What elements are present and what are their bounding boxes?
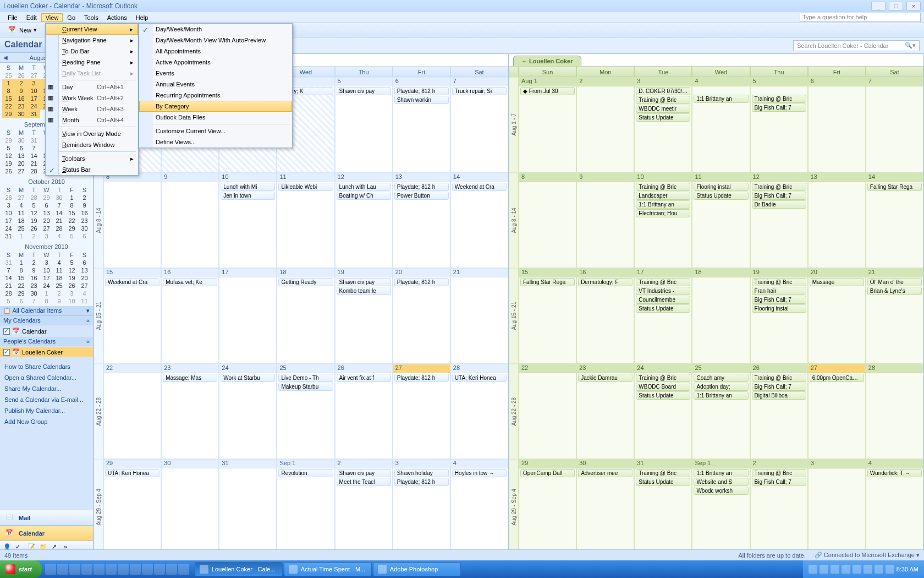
menu-item[interactable]: Current View▸ <box>46 24 138 35</box>
calendar-event[interactable]: Playdate; 812 h <box>394 183 449 191</box>
nav-link[interactable]: Add New Group <box>4 416 89 427</box>
calendar-event[interactable]: Electrician; Hou <box>636 209 690 217</box>
calendar-event[interactable]: Training @ Bric <box>752 374 806 382</box>
calendar-cell[interactable]: 9 <box>161 173 219 269</box>
menu-item[interactable]: ▦DayCtrl+Alt+1 <box>46 81 138 92</box>
calendar-cell[interactable]: 16Dermatology; F <box>576 268 634 364</box>
calendar-event[interactable]: UTA; Keri Honea <box>452 374 507 382</box>
calendar-event[interactable]: ◆ From Jul 30 <box>520 87 575 95</box>
calendar-event[interactable]: Air vent fix at f <box>337 374 391 382</box>
calendar-event[interactable]: Training @ Bric <box>752 469 806 477</box>
calendar-event[interactable]: OpenCamp Dall <box>520 469 575 477</box>
ql-icon[interactable] <box>57 564 68 575</box>
calendar-event[interactable]: UTA; Keri Honea <box>105 469 160 477</box>
calendar-cell[interactable]: 5Shawn civ pay <box>335 77 393 173</box>
menu-item[interactable]: Navigation Pane▸ <box>46 35 138 46</box>
calendar-event[interactable]: Shawn civ pay <box>337 278 391 286</box>
tray-icon[interactable] <box>864 565 872 574</box>
prev-month-button[interactable]: ◀ <box>3 54 8 61</box>
menu-edit[interactable]: Edit <box>22 13 41 22</box>
calendar-cell[interactable]: 6Playdate; 812 hShawn workin <box>393 77 450 173</box>
calendar-event[interactable]: Shawn civ pay <box>337 87 391 95</box>
calendar-cell[interactable]: 13Playdate; 812 hPower Button <box>393 173 450 269</box>
calendar-search-input[interactable]: Search Louellen Coker - Calendar 🔍▾ <box>793 40 920 51</box>
calendar-event[interactable]: Revolution <box>278 469 333 477</box>
ql-icon[interactable] <box>178 564 189 575</box>
calendar-cell[interactable]: 20Playdate; 812 h <box>393 268 450 364</box>
calendar-event[interactable]: Hoyles in tow → <box>452 469 507 477</box>
calendar-cell[interactable]: 22 <box>103 364 161 460</box>
calendar-cell[interactable]: 24Work at Starbu <box>219 364 277 460</box>
menu-item[interactable]: Annual Events <box>139 79 292 90</box>
my-calendar-item[interactable]: 📅Calendar <box>3 326 90 336</box>
calendar-event[interactable]: Councilmembe <box>636 296 690 304</box>
calendar-nav-button[interactable]: 📅Calendar <box>0 525 93 541</box>
menu-item[interactable]: ▦WeekCtrl+Alt+3 <box>46 103 138 114</box>
calendar-cell[interactable]: 9 <box>576 173 634 269</box>
calendar-event[interactable]: Shawn holiday <box>394 469 449 477</box>
clock[interactable]: 8:30 AM <box>897 566 919 572</box>
menu-item[interactable]: Define Views... <box>139 137 292 148</box>
menu-item[interactable]: Reminders Window <box>46 139 138 150</box>
calendar-event[interactable]: 1:1 Brittany an <box>694 391 748 400</box>
calendar-cell[interactable]: 11Likleable Webi <box>277 173 334 269</box>
calendar-cell[interactable]: 13 <box>808 173 866 269</box>
nav-link[interactable]: Open a Shared Calendar... <box>4 372 89 383</box>
calendar-event[interactable]: Falling Star Rega <box>867 183 922 191</box>
peoples-calendars-header[interactable]: People's Calendars« <box>0 337 93 346</box>
calendar-event[interactable]: Jackie Damrau <box>578 374 632 382</box>
calendar-cell[interactable]: 27Playdate; 812 h <box>393 364 450 460</box>
calendar-cell[interactable]: 19Shawn civ payKombo team le <box>335 268 393 364</box>
calendar-event[interactable]: Shawn civ pay <box>337 469 391 477</box>
calendar-event[interactable]: Big Fish Call; 7 <box>752 478 806 486</box>
calendar-event[interactable]: Massage <box>810 278 864 286</box>
calendar-cell[interactable]: 26Air vent fix at f <box>335 364 393 460</box>
calendar-cell[interactable]: 23Massage; Mas <box>161 364 219 460</box>
calendar-event[interactable]: Makeup Starbu <box>278 383 333 391</box>
calendar-cell[interactable]: 31Training @ BricStatus Update <box>634 459 692 555</box>
menu-item[interactable]: View in Overlay Mode <box>46 128 138 139</box>
nav-link[interactable]: Publish My Calendar... <box>4 405 89 416</box>
calendar-event[interactable]: Meet the Teacl <box>337 478 391 486</box>
calendar-cell[interactable]: 12Lunch with LauBoating w/ Ch <box>335 173 393 269</box>
tray-icon[interactable] <box>853 565 861 574</box>
calendar-cell[interactable]: 30Advertiser mee <box>576 459 634 555</box>
calendar-event[interactable]: Big Fish Call; 7 <box>752 383 806 391</box>
calendar-event[interactable]: Wbodc worksh <box>694 487 748 495</box>
menu-item[interactable]: Day/Week/Month View With AutoPreview <box>139 35 292 46</box>
calendar-event[interactable]: Training @ Bric <box>636 183 690 191</box>
calendar-event[interactable]: Training @ Bric <box>752 183 806 191</box>
calendar-cell[interactable]: Aug 1◆ From Jul 30 <box>519 77 576 173</box>
calendar-event[interactable]: Big Fish Call; 7 <box>752 103 806 112</box>
louellen-calendar-item[interactable]: 📅Louellen Coker <box>0 347 93 357</box>
ql-icon[interactable] <box>118 564 129 575</box>
tray-icon[interactable] <box>886 565 894 574</box>
calendar-event[interactable]: Boating w/ Ch <box>337 192 391 200</box>
calendar-cell[interactable]: 10Training @ BricLandscaper1:1 Brittany … <box>634 173 692 269</box>
calendar-event[interactable]: Website and S <box>694 478 748 486</box>
calendar-event[interactable]: Status Update <box>694 192 748 200</box>
calendar-event[interactable]: Lunch with Lau <box>337 183 391 191</box>
ql-icon[interactable] <box>69 564 80 575</box>
menu-item[interactable]: Daily Task List▸ <box>46 68 138 79</box>
calendar-event[interactable]: Flooring instal <box>752 304 806 313</box>
calendar-event[interactable]: Shawn workin <box>394 96 449 104</box>
calendar-cell[interactable]: 8 <box>519 173 576 269</box>
menu-item[interactable]: ▦MonthCtrl+Alt+4 <box>46 114 138 126</box>
calendar-event[interactable]: Status Update <box>636 478 690 486</box>
menu-item[interactable]: ▦Work WeekCtrl+Alt+2 <box>46 92 138 103</box>
calendar-event[interactable]: Big Fish Call; 7 <box>752 296 806 304</box>
mini-calendar[interactable]: November 2010SMTWTFS31123456789101112131… <box>0 241 93 306</box>
close-button[interactable]: × <box>906 2 921 10</box>
calendar-cell[interactable]: 23Jackie Damrau <box>576 364 634 460</box>
calendar-cell[interactable]: Sep 11:1 Brittany anWebsite and SWbodc w… <box>692 459 750 555</box>
calendar-cell[interactable]: 17Training @ BricVT Industries -Councilm… <box>634 268 692 364</box>
calendar-cell[interactable]: 16Mufasa vet; Ke <box>161 268 219 364</box>
nav-link[interactable]: How to Share Calendars <box>4 361 89 372</box>
calendar-cell[interactable]: 15Weekend at Cra <box>103 268 161 364</box>
calendar-event[interactable]: Brian & Lyne's <box>867 287 922 295</box>
ql-icon[interactable] <box>142 564 153 575</box>
calendar-cell[interactable]: 2Shawn civ payMeet the Teacl <box>335 459 393 555</box>
calendar-event[interactable]: Big Fish Call; 7 <box>752 192 806 200</box>
calendar-event[interactable]: Training @ Bric <box>636 96 690 104</box>
